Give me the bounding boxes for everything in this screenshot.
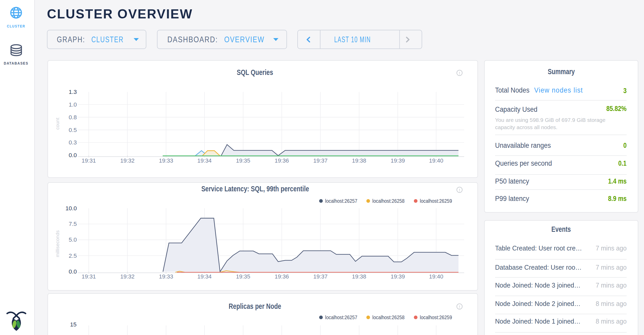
svg-text:19:39: 19:39 (390, 157, 405, 164)
svg-text:localhost:26257: localhost:26257 (325, 198, 357, 204)
svg-text:0.0: 0.0 (69, 152, 77, 158)
svg-text:19:40: 19:40 (429, 157, 443, 164)
svg-text:19:37: 19:37 (313, 157, 327, 164)
svg-text:0.3: 0.3 (69, 139, 77, 146)
svg-text:5.0: 5.0 (69, 236, 77, 243)
svg-text:19:33: 19:33 (159, 157, 173, 164)
svg-text:15: 15 (70, 321, 77, 328)
svg-text:19:40: 19:40 (429, 273, 443, 280)
svg-text:1.0: 1.0 (69, 101, 77, 108)
svg-text:19:31: 19:31 (81, 157, 96, 164)
svg-text:milliseconds: milliseconds (55, 230, 60, 257)
svg-text:19:34: 19:34 (197, 157, 211, 164)
svg-text:0.8: 0.8 (69, 114, 77, 121)
svg-text:localhost:26259: localhost:26259 (420, 314, 452, 320)
svg-text:19:39: 19:39 (390, 273, 405, 280)
svg-text:!: ! (459, 305, 460, 310)
svg-text:!: ! (459, 71, 460, 76)
svg-text:CLUSTER: CLUSTER (7, 24, 25, 28)
svg-text:19:32: 19:32 (120, 157, 134, 164)
svg-text:19:36: 19:36 (275, 273, 289, 280)
svg-text:localhost:26257: localhost:26257 (325, 314, 357, 320)
svg-text:19:33: 19:33 (159, 273, 173, 280)
svg-text:19:31: 19:31 (81, 273, 96, 280)
svg-text:10.0: 10.0 (65, 205, 77, 212)
svg-text:localhost:26259: localhost:26259 (420, 198, 452, 204)
svg-text:19:35: 19:35 (236, 273, 250, 280)
svg-text:localhost:26258: localhost:26258 (372, 314, 405, 320)
svg-text:19:32: 19:32 (120, 273, 134, 280)
svg-text:19:36: 19:36 (275, 157, 289, 164)
svg-text:0.5: 0.5 (69, 127, 77, 133)
svg-text:1.3: 1.3 (69, 89, 77, 95)
svg-text:19:38: 19:38 (352, 273, 366, 280)
svg-text:count: count (55, 117, 60, 130)
svg-text:19:35: 19:35 (236, 157, 250, 164)
svg-text:localhost:26258: localhost:26258 (372, 198, 405, 204)
svg-text:2.5: 2.5 (69, 253, 77, 259)
svg-text:19:37: 19:37 (313, 273, 327, 280)
svg-text:7.5: 7.5 (69, 221, 77, 227)
svg-text:19:34: 19:34 (197, 273, 211, 280)
svg-text:DATABASES: DATABASES (4, 61, 29, 65)
svg-text:0.0: 0.0 (69, 268, 77, 275)
svg-text:!: ! (459, 188, 460, 193)
svg-text:19:38: 19:38 (352, 157, 366, 164)
